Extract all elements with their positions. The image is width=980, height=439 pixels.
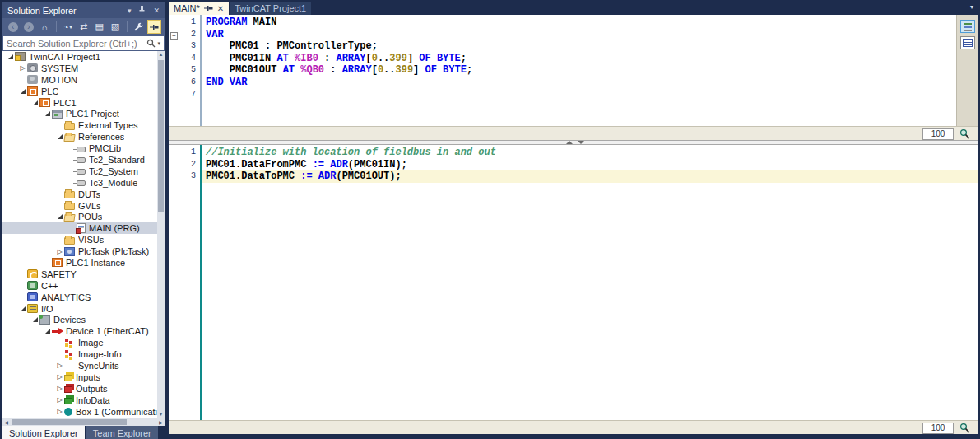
implementation-code[interactable]: //Initialize with location of fieldbus i…: [202, 145, 978, 420]
tree-item-references[interactable]: References: [2, 131, 165, 142]
search-input[interactable]: [7, 39, 146, 49]
scroll-left-icon[interactable]: ◀: [2, 419, 10, 425]
tree-item-cpp[interactable]: C++: [2, 280, 165, 292]
textual-view-button[interactable]: [960, 20, 975, 33]
tree-item-plc1-project[interactable]: PLC1 Project: [2, 108, 165, 119]
code-line[interactable]: VAR: [202, 29, 978, 41]
tab-overflow-chevron-icon[interactable]: ▾: [970, 3, 973, 11]
forward-button[interactable]: ›: [21, 20, 35, 34]
search-icon[interactable]: [146, 39, 156, 48]
implementation-gutter[interactable]: 123: [169, 145, 200, 420]
tree-item-infodata[interactable]: ▷InfoData: [2, 395, 165, 406]
pin-icon[interactable]: [138, 6, 146, 15]
pending-changes-filter-button[interactable]: ◔▾: [61, 20, 75, 34]
code-line[interactable]: //Initialize with location of fieldbus i…: [202, 147, 978, 159]
tree-item-gvls[interactable]: GVLs: [2, 200, 165, 212]
expander-icon[interactable]: ▷: [55, 362, 64, 369]
tree-item-external-types[interactable]: External Types: [2, 119, 165, 131]
tree-item-motion[interactable]: MOTION: [2, 74, 165, 86]
home-button[interactable]: ⌂: [37, 20, 51, 34]
search-options-chevron-icon[interactable]: ▾: [157, 40, 160, 47]
scroll-up-icon[interactable]: ▲: [157, 51, 165, 58]
expander-icon[interactable]: ▷: [55, 396, 64, 404]
tree-horizontal-scrollbar[interactable]: ◀ ▶: [2, 418, 165, 426]
panel-tab-solution-explorer[interactable]: Solution Explorer: [2, 426, 85, 439]
tree-item-devices[interactable]: Devices: [2, 314, 165, 325]
code-line[interactable]: PROGRAM MAIN: [202, 16, 978, 29]
tab-pin-icon[interactable]: [204, 3, 213, 13]
tree-item-plc1-instance[interactable]: PLC1 Instance: [2, 257, 165, 269]
implementation-editor[interactable]: 123 //Initialize with location of fieldb…: [169, 145, 978, 420]
declaration-editor[interactable]: − 1234567 PROGRAM MAINVAR PMC01 : PMCont…: [169, 15, 978, 126]
scroll-right-icon[interactable]: ▶: [157, 419, 165, 425]
expander-icon[interactable]: [55, 134, 64, 139]
declaration-code[interactable]: PROGRAM MAINVAR PMC01 : PMControllerType…: [202, 15, 978, 126]
tree-item-twincat-project1[interactable]: TwinCAT Project1: [2, 51, 165, 63]
tab-close-icon[interactable]: ✕: [217, 4, 224, 13]
tree-item-system[interactable]: ▷SYSTEM: [2, 63, 165, 74]
tree-item-tc2-system[interactable]: Tc2_System: [2, 166, 165, 177]
tree-item-io[interactable]: I/O: [2, 303, 165, 315]
code-line[interactable]: [202, 89, 978, 101]
expander-icon[interactable]: [30, 317, 39, 322]
tree-item-duts[interactable]: DUTs: [2, 189, 165, 200]
pin-tool-button[interactable]: [147, 20, 161, 34]
declaration-gutter[interactable]: − 1234567: [169, 15, 200, 126]
splitter-down-icon[interactable]: [578, 141, 584, 144]
tree-item-plc[interactable]: PLC: [2, 86, 165, 97]
expander-icon[interactable]: [55, 214, 64, 219]
expander-icon[interactable]: ▷: [55, 408, 64, 415]
tree-item-image-info[interactable]: Image-Info: [2, 348, 165, 360]
tree-item-visus[interactable]: VISUs: [2, 234, 165, 245]
tree-item-pmclib[interactable]: PMCLib: [2, 142, 165, 154]
tree-item-outputs[interactable]: ▷Outputs: [2, 383, 165, 395]
tree-item-tc3-module[interactable]: Tc3_Module: [2, 177, 165, 189]
expander-icon[interactable]: ▷: [55, 248, 64, 255]
expander-icon[interactable]: [43, 111, 52, 116]
tree-item-pous[interactable]: POUs: [2, 211, 165, 222]
back-button[interactable]: ‹: [6, 20, 20, 34]
settings-wrench-button[interactable]: [132, 20, 146, 34]
tree-item-plc1[interactable]: PLC1: [2, 97, 165, 109]
properties-button[interactable]: ▤: [92, 20, 106, 34]
scrollbar-thumb[interactable]: [12, 419, 127, 425]
scroll-down-icon[interactable]: ▼: [157, 411, 165, 418]
tree-item-plctask[interactable]: ▷PlcTask (PlcTask): [2, 245, 165, 257]
tree-item-main-prg[interactable]: MAIN (PRG): [2, 222, 165, 234]
tabular-view-button[interactable]: [960, 36, 975, 49]
code-line[interactable]: PMC01IN AT %IB0 : ARRAY[0..399] OF BYTE;: [202, 53, 978, 65]
expander-icon[interactable]: ▷: [55, 385, 64, 392]
tree-item-inputs[interactable]: ▷Inputs: [2, 371, 165, 383]
zoom-magnifier-icon[interactable]: [956, 128, 973, 140]
code-line[interactable]: PMC01.DataToPMC := ADR(PMC01OUT);: [202, 170, 978, 183]
code-line[interactable]: END_VAR: [202, 77, 978, 89]
preview-selected-items-button[interactable]: ▧: [108, 20, 122, 34]
code-line[interactable]: PMC01OUT AT %QB0 : ARRAY[0..399] OF BYTE…: [202, 64, 978, 77]
document-tab-twincat-project1[interactable]: TwinCAT Project1: [230, 2, 311, 15]
code-line[interactable]: PMC01.DataFromPMC := ADR(PMC01IN);: [202, 159, 978, 171]
tree-item-safety[interactable]: SAFETY: [2, 269, 165, 280]
zoom-level-input[interactable]: [922, 423, 954, 434]
splitter-up-icon[interactable]: [566, 141, 573, 144]
code-line[interactable]: PMC01 : PMControllerType;: [202, 40, 978, 53]
sync-with-active-document-button[interactable]: ⇄: [77, 20, 91, 34]
tree-item-tc2-standard[interactable]: Tc2_Standard: [2, 154, 165, 166]
expander-icon[interactable]: [18, 306, 27, 311]
tree-vertical-scrollbar[interactable]: ▲ ▼: [157, 51, 165, 418]
tree-item-image[interactable]: Image: [2, 337, 165, 348]
expander-icon[interactable]: [43, 329, 52, 334]
window-menu-icon[interactable]: ▾: [128, 7, 132, 15]
tree-item-syncunits[interactable]: ▷SyncUnits: [2, 360, 165, 371]
tree-item-device-1-ethercat[interactable]: Device 1 (EtherCAT): [2, 325, 165, 337]
expander-icon[interactable]: ▷: [18, 64, 27, 72]
panel-tab-team-explorer[interactable]: Team Explorer: [86, 426, 158, 439]
expander-icon[interactable]: [30, 100, 39, 105]
expander-icon[interactable]: [18, 89, 27, 94]
expander-icon[interactable]: [6, 54, 15, 59]
tree-item-analytics[interactable]: ANALYTICS: [2, 292, 165, 303]
close-icon[interactable]: ✕: [153, 7, 160, 15]
tree-item-box-1[interactable]: ▷Box 1 (Communication: [2, 406, 165, 418]
zoom-magnifier-icon[interactable]: [956, 422, 973, 434]
zoom-level-input[interactable]: [922, 128, 954, 140]
scrollbar-thumb[interactable]: [158, 60, 164, 212]
